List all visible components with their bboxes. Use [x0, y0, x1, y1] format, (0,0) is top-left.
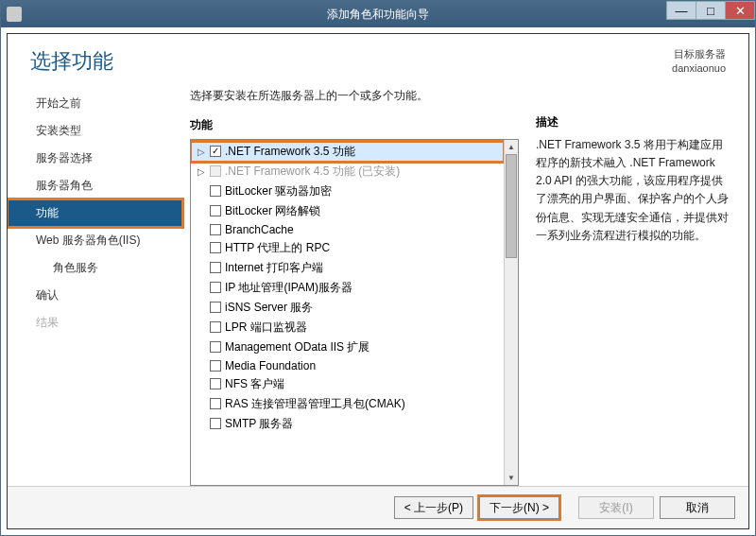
feature-checkbox[interactable]: [210, 398, 221, 409]
feature-label: BranchCache: [225, 223, 294, 236]
feature-checkbox[interactable]: [210, 282, 221, 293]
scroll-thumb[interactable]: [506, 154, 517, 258]
feature-row[interactable]: Management OData IIS 扩展: [191, 337, 504, 357]
feature-checkbox[interactable]: [210, 224, 221, 235]
features-tree[interactable]: ▷.NET Framework 3.5 功能▷.NET Framework 4.…: [191, 140, 504, 485]
sidebar-item-server-selection[interactable]: 服务器选择: [8, 145, 182, 172]
feature-checkbox[interactable]: [210, 205, 221, 216]
target-server-label: 目标服务器: [672, 47, 726, 61]
wizard-header: 选择功能 目标服务器 danxiaonuo: [8, 34, 748, 86]
target-server-block: 目标服务器 danxiaonuo: [672, 47, 726, 77]
expand-icon[interactable]: ▷: [197, 147, 206, 157]
tree-scrollbar[interactable]: ▲ ▼: [504, 140, 518, 485]
feature-checkbox: [210, 165, 221, 177]
features-column: 选择要安装在所选服务器上的一个或多个功能。 功能 ▷.NET Framework…: [190, 86, 519, 486]
feature-label: LPR 端口监视器: [225, 320, 307, 336]
feature-checkbox[interactable]: [210, 418, 221, 429]
window-controls: — □ ✕: [667, 1, 755, 22]
close-button[interactable]: ✕: [725, 1, 755, 20]
feature-label: BitLocker 驱动器加密: [225, 183, 332, 199]
feature-label: HTTP 代理上的 RPC: [225, 240, 330, 256]
cancel-button[interactable]: 取消: [660, 496, 735, 519]
feature-row[interactable]: LPR 端口监视器: [191, 318, 504, 337]
content-area: 选择要安装在所选服务器上的一个或多个功能。 功能 ▷.NET Framework…: [182, 86, 748, 486]
features-tree-container: ▷.NET Framework 3.5 功能▷.NET Framework 4.…: [190, 139, 519, 486]
instruction-text: 选择要安装在所选服务器上的一个或多个功能。: [190, 86, 519, 117]
scroll-down-icon[interactable]: ▼: [505, 471, 518, 485]
feature-label: .NET Framework 3.5 功能: [225, 144, 355, 160]
feature-checkbox[interactable]: [210, 262, 221, 273]
feature-row[interactable]: BitLocker 驱动器加密: [191, 182, 504, 201]
feature-row[interactable]: RAS 连接管理器管理工具包(CMAK): [191, 394, 504, 414]
description-label: 描述: [536, 114, 730, 130]
wizard-body: 选择功能 目标服务器 danxiaonuo 开始之前 安装类型 服务器选择 服务…: [7, 33, 749, 529]
description-column: 描述 .NET Framework 3.5 将用于构建应用程序的新技术融入 .N…: [536, 86, 730, 486]
feature-checkbox[interactable]: [210, 341, 221, 353]
target-server-name: danxiaonuo: [672, 61, 726, 76]
feature-label: IP 地址管理(IPAM)服务器: [225, 280, 352, 296]
feature-label: BitLocker 网络解锁: [225, 203, 320, 219]
wizard-footer: < 上一步(P) 下一步(N) > 安装(I) 取消: [8, 486, 748, 528]
feature-checkbox[interactable]: [210, 185, 221, 197]
feature-checkbox[interactable]: [210, 378, 221, 389]
feature-row[interactable]: Internet 打印客户端: [191, 258, 504, 278]
sidebar-item-role-services[interactable]: 角色服务: [8, 254, 182, 282]
feature-row[interactable]: ▷.NET Framework 3.5 功能: [191, 142, 504, 162]
feature-row[interactable]: SMTP 服务器: [191, 414, 504, 434]
sidebar-item-server-roles[interactable]: 服务器角色: [8, 172, 182, 199]
sidebar-item-install-type[interactable]: 安装类型: [8, 117, 182, 145]
prev-button[interactable]: < 上一步(P): [394, 496, 473, 519]
wizard-content: 开始之前 安装类型 服务器选择 服务器角色 功能 Web 服务器角色(IIS) …: [8, 86, 748, 486]
feature-row[interactable]: HTTP 代理上的 RPC: [191, 238, 504, 258]
app-icon: [7, 7, 22, 22]
sidebar-item-features[interactable]: 功能: [8, 199, 182, 227]
install-button: 安装(I): [578, 496, 654, 519]
features-label: 功能: [190, 117, 519, 133]
sidebar-item-confirm[interactable]: 确认: [8, 282, 182, 309]
feature-row[interactable]: Media Foundation: [191, 357, 504, 374]
feature-checkbox[interactable]: [210, 302, 221, 313]
feature-checkbox[interactable]: [210, 242, 221, 253]
feature-checkbox[interactable]: [210, 360, 221, 372]
feature-checkbox[interactable]: [210, 321, 221, 333]
feature-row[interactable]: NFS 客户端: [191, 374, 504, 394]
sidebar-item-iis-role[interactable]: Web 服务器角色(IIS): [8, 227, 182, 254]
page-title: 选择功能: [30, 47, 113, 76]
scroll-up-icon[interactable]: ▲: [505, 140, 518, 154]
description-text: .NET Framework 3.5 将用于构建应用程序的新技术融入 .NET …: [536, 136, 730, 245]
feature-row[interactable]: BranchCache: [191, 221, 504, 238]
feature-label: Management OData IIS 扩展: [225, 339, 369, 355]
titlebar: 添加角色和功能向导 — □ ✕: [1, 1, 755, 27]
feature-label: Internet 打印客户端: [225, 260, 323, 276]
feature-row[interactable]: iSNS Server 服务: [191, 298, 504, 318]
feature-label: NFS 客户端: [225, 376, 284, 392]
sidebar-item-results: 结果: [8, 309, 182, 337]
expand-icon[interactable]: ▷: [197, 166, 206, 177]
feature-checkbox[interactable]: [210, 146, 221, 157]
minimize-button[interactable]: —: [666, 1, 696, 20]
wizard-sidebar: 开始之前 安装类型 服务器选择 服务器角色 功能 Web 服务器角色(IIS) …: [8, 86, 182, 486]
window-title: 添加角色和功能向导: [327, 7, 429, 23]
feature-label: SMTP 服务器: [225, 416, 293, 432]
feature-label: RAS 连接管理器管理工具包(CMAK): [225, 396, 405, 412]
feature-label: iSNS Server 服务: [225, 300, 313, 316]
next-button[interactable]: 下一步(N) >: [479, 496, 559, 519]
sidebar-item-before-begin[interactable]: 开始之前: [8, 90, 182, 117]
wizard-window: 添加角色和功能向导 — □ ✕ 选择功能 目标服务器 danxiaonuo 开始…: [0, 0, 756, 536]
feature-row[interactable]: BitLocker 网络解锁: [191, 201, 504, 221]
maximize-button[interactable]: □: [696, 1, 726, 20]
feature-row[interactable]: ▷.NET Framework 4.5 功能 (已安装): [191, 162, 504, 182]
feature-label: Media Foundation: [225, 359, 316, 372]
feature-label: .NET Framework 4.5 功能 (已安装): [225, 164, 400, 180]
feature-row[interactable]: IP 地址管理(IPAM)服务器: [191, 278, 504, 298]
